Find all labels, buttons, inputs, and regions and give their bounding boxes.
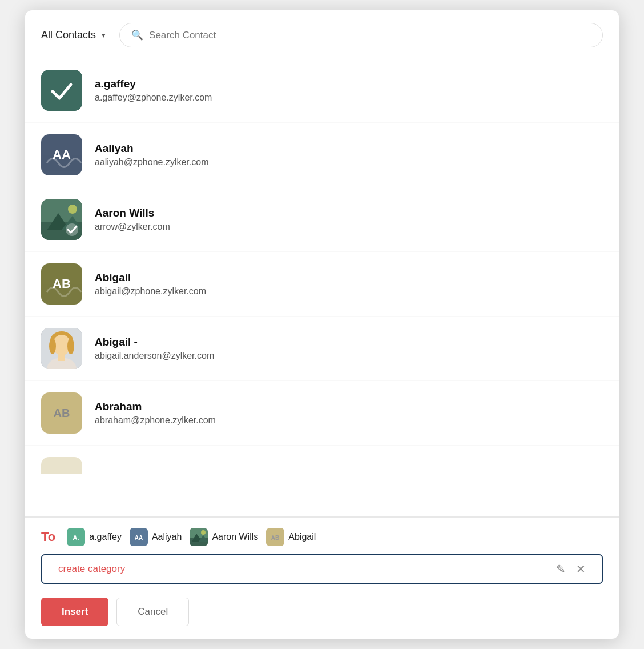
cancel-button[interactable]: Cancel — [116, 598, 189, 626]
contact-list: a.gaffey a.gaffey@zphone.zylker.com AA A… — [25, 58, 619, 516]
contact-name: Abigail - — [95, 336, 214, 348]
list-item[interactable]: AB Abraham abraham@zphone.zylker.com — [25, 381, 619, 446]
svg-text:AA: AA — [135, 535, 143, 541]
filter-dropdown[interactable]: All Contacts ▾ — [41, 29, 106, 41]
contact-email: abraham@zphone.zylker.com — [95, 415, 216, 426]
contact-email: aaliyah@zphone.zylker.com — [95, 157, 208, 167]
search-input[interactable] — [149, 30, 591, 41]
list-item-partial — [25, 446, 619, 474]
filter-label: All Contacts — [41, 29, 96, 41]
chip-avatar — [190, 528, 208, 546]
chip-label: Abigail — [288, 532, 316, 542]
contact-email: abigail@zphone.zylker.com — [95, 286, 206, 297]
category-actions: ✎ ✕ — [556, 562, 586, 576]
create-category-button[interactable]: create category — [58, 563, 125, 575]
contacts-modal: All Contacts ▾ 🔍 a.gaffey a.gaffey@zphon… — [25, 10, 619, 639]
svg-point-13 — [67, 338, 74, 354]
svg-rect-15 — [58, 354, 65, 361]
search-icon: 🔍 — [131, 29, 143, 41]
edit-icon[interactable]: ✎ — [556, 562, 566, 576]
avatar: AA — [41, 134, 82, 175]
contact-info: Aaron Wills arrow@zylker.com — [95, 207, 170, 232]
svg-text:A.: A. — [73, 534, 79, 541]
contact-info: Aaliyah aaliyah@zphone.zylker.com — [95, 142, 208, 167]
contact-name: Aaron Wills — [95, 207, 170, 219]
chip-avatar: A. — [67, 528, 85, 546]
svg-rect-0 — [41, 70, 82, 111]
list-item[interactable]: a.gaffey a.gaffey@zphone.zylker.com — [25, 58, 619, 123]
avatar — [41, 199, 82, 240]
contact-email: arrow@zylker.com — [95, 222, 170, 232]
avatar: AB — [41, 392, 82, 434]
chip-label: Aaliyah — [152, 532, 182, 542]
contact-email: a.gaffey@zphone.zylker.com — [95, 93, 212, 103]
chip-label: Aaron Wills — [212, 532, 258, 542]
svg-point-6 — [68, 205, 77, 214]
contact-info: Abraham abraham@zphone.zylker.com — [95, 400, 216, 426]
avatar — [41, 328, 82, 369]
selected-chip[interactable]: A. a.gaffey — [67, 528, 122, 546]
search-box[interactable]: 🔍 — [119, 23, 603, 47]
footer-buttons: Insert Cancel — [25, 592, 619, 639]
close-icon[interactable]: ✕ — [576, 562, 586, 576]
contact-info: Abigail - abigail.anderson@zylker.com — [95, 336, 214, 361]
insert-button[interactable]: Insert — [41, 598, 108, 626]
list-item[interactable]: Abigail - abigail.anderson@zylker.com — [25, 317, 619, 381]
category-row: create category ✎ ✕ — [41, 554, 603, 584]
svg-text:AB: AB — [271, 535, 279, 541]
contact-name: Aaliyah — [95, 142, 208, 155]
modal-header: All Contacts ▾ 🔍 — [25, 10, 619, 58]
selected-chip[interactable]: AA Aaliyah — [130, 528, 182, 546]
svg-point-24 — [201, 530, 206, 535]
selected-chip[interactable]: AB Abigail — [266, 528, 316, 546]
contact-name: Abraham — [95, 400, 216, 413]
chip-avatar: AB — [266, 528, 284, 546]
list-item[interactable]: AB Abigail abigail@zphone.zylker.com — [25, 252, 619, 317]
svg-point-12 — [49, 338, 56, 354]
avatar — [41, 70, 82, 111]
contact-info: a.gaffey a.gaffey@zphone.zylker.com — [95, 78, 212, 103]
chip-label: a.gaffey — [89, 532, 122, 542]
chevron-down-icon: ▾ — [102, 31, 106, 39]
chip-avatar: AA — [130, 528, 148, 546]
contact-name: Abigail — [95, 271, 206, 284]
avatar: AB — [41, 263, 82, 305]
to-label: To — [41, 530, 55, 544]
contact-email: abigail.anderson@zylker.com — [95, 351, 214, 361]
contact-name: a.gaffey — [95, 78, 212, 90]
list-item[interactable]: Aaron Wills arrow@zylker.com — [25, 187, 619, 252]
contact-info: Abigail abigail@zphone.zylker.com — [95, 271, 206, 297]
selected-chip[interactable]: Aaron Wills — [190, 528, 258, 546]
list-item[interactable]: AA Aaliyah aaliyah@zphone.zylker.com — [25, 123, 619, 187]
selected-bar: To A. a.gaffey AA Aaliyah — [25, 517, 619, 554]
